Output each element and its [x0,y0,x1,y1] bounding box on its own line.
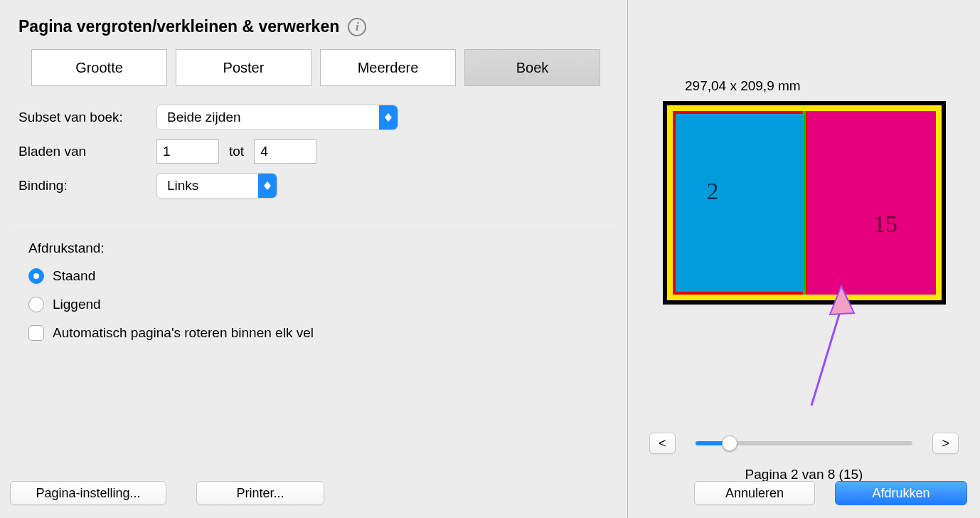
next-page-button[interactable]: > [932,433,959,454]
tab-multiple[interactable]: Meerdere [320,49,456,86]
printer-button[interactable]: Printer... [196,481,324,505]
auto-rotate-label: Automatisch pagina's roteren binnen elk … [53,325,314,341]
sheets-to-input[interactable] [254,139,316,164]
tab-booklet[interactable]: Boek [464,49,600,86]
section-title: Pagina vergroten/verkleinen & verwerken [18,17,339,36]
cancel-button[interactable]: Annuleren [694,481,815,505]
page-slider[interactable] [696,441,913,445]
preview-dimensions: 297,04 x 209,9 mm [685,78,801,94]
preview-left-page-number: 2 [707,178,719,205]
orientation-label: Afdrukstand: [28,240,603,256]
orientation-portrait-radio[interactable]: Staand [28,262,603,290]
chevron-up-down-icon [379,105,398,130]
sheets-label: Bladen van [18,144,147,159]
print-preview: 2 15 [663,101,946,305]
radio-icon [28,297,44,312]
svg-line-4 [811,307,841,406]
sheets-to-label: tot [229,144,244,159]
chevron-up-down-icon [258,174,277,198]
svg-marker-3 [264,186,271,190]
page-setup-button[interactable]: Pagina-instelling... [10,481,166,505]
checkbox-icon [28,325,44,341]
orientation-portrait-label: Staand [53,268,95,284]
slider-thumb[interactable] [722,435,737,451]
orientation-landscape-label: Liggend [53,297,101,312]
subset-select[interactable]: Beide zijden [156,105,398,130]
info-icon[interactable]: i [348,18,366,36]
auto-rotate-checkbox[interactable]: Automatisch pagina's roteren binnen elk … [28,319,603,347]
tab-poster[interactable]: Poster [176,49,311,86]
radio-icon [28,268,44,284]
preview-left-page: 2 [673,111,807,295]
page-status: Pagina 2 van 8 (15) [628,467,980,482]
svg-marker-1 [385,117,392,122]
tab-size[interactable]: Grootte [31,49,167,86]
binding-select[interactable]: Links [156,173,277,199]
prev-page-button[interactable]: < [649,433,676,454]
print-button[interactable]: Afdrukken [835,481,967,505]
subset-label: Subset van boek: [18,110,147,125]
orientation-landscape-radio[interactable]: Liggend [28,290,603,319]
binding-label: Binding: [18,178,147,194]
preview-right-page-number: 15 [873,211,898,238]
binding-value: Links [167,178,198,194]
subset-value: Beide zijden [167,110,241,125]
sheets-from-input[interactable] [156,139,219,164]
preview-right-page: 15 [807,111,936,295]
